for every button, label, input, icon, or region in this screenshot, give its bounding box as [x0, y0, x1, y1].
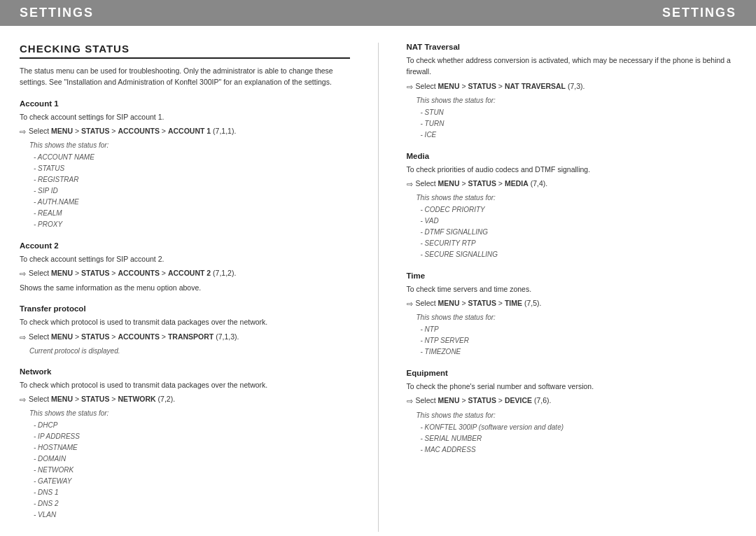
equipment-body: To check the phone's serial number and s…: [407, 381, 737, 392]
arrow-icon-time: ⇨: [407, 298, 413, 310]
account1-instruction-text: Select MENU > STATUS > ACCOUNTS > ACCOUN…: [29, 125, 236, 136]
time-instruction-text: Select MENU > STATUS > TIME (7,5).: [416, 297, 542, 309]
list-item: - DNS 2: [34, 498, 350, 509]
list-item: - IP ADDRESS: [34, 431, 350, 442]
transfer-instruction-text: Select MENU > STATUS > ACCOUNTS > TRANSP…: [29, 331, 239, 342]
list-item: - DOMAIN: [34, 453, 350, 465]
list-item: - SIP ID: [34, 185, 350, 197]
list-item: - ICE: [421, 129, 737, 141]
section-heading-transfer: Transfer protocol: [20, 304, 350, 313]
list-item: - SECURE SIGNALLING: [421, 249, 737, 260]
network-instruction: ⇨ Select MENU > STATUS > NETWORK (7,2).: [20, 393, 350, 406]
list-item: - ACCOUNT NAME: [34, 152, 350, 163]
arrow-icon-transfer: ⇨: [20, 332, 26, 344]
time-list: - NTP - NTP SERVER - TIMEZONE: [421, 324, 737, 358]
section-time: Time To check time servers and time zone…: [407, 271, 737, 358]
list-item: - REGISTRAR: [34, 174, 350, 185]
list-item: - VLAN: [34, 509, 350, 521]
account2-body: To check account settings for SIP accoun…: [20, 253, 350, 265]
header-title-right: SETTINGS: [662, 6, 736, 20]
list-item: - VAD: [421, 216, 737, 227]
network-list: - DHCP - IP ADDRESS - HOSTNAME - DOMAIN …: [34, 420, 350, 521]
media-instruction-text: Select MENU > STATUS > MEDIA (7,4).: [416, 178, 548, 189]
media-instruction: ⇨ Select MENU > STATUS > MEDIA (7,4).: [407, 178, 737, 190]
column-divider: [378, 43, 379, 532]
list-item: - GATEWAY: [34, 476, 350, 487]
right-column: NAT Traversal To check whether address c…: [407, 43, 737, 532]
section-account1: Account 1 To check account settings for …: [20, 99, 350, 230]
time-note: This shows the status for:: [416, 312, 737, 323]
list-item: - DHCP: [34, 420, 350, 431]
network-note: This shows the status for:: [29, 408, 350, 418]
left-column: CHECKING STATUS The status menu can be u…: [20, 43, 350, 532]
main-content: CHECKING STATUS The status menu can be u…: [0, 26, 756, 536]
media-body: To check priorities of audio codecs and …: [407, 164, 737, 175]
list-item: - HOSTNAME: [34, 442, 350, 453]
section-heading-equipment: Equipment: [407, 369, 737, 377]
time-instruction: ⇨ Select MENU > STATUS > TIME (7,5).: [407, 297, 737, 310]
list-item: - SERIAL NUMBER: [421, 433, 737, 444]
section-account2: Account 2 To check account settings for …: [20, 241, 350, 294]
account1-instruction: ⇨ Select MENU > STATUS > ACCOUNTS > ACCO…: [20, 125, 350, 138]
arrow-icon-account1: ⇨: [20, 126, 26, 138]
section-nat: NAT Traversal To check whether address c…: [407, 43, 737, 141]
list-item: - SECURITY RTP: [421, 238, 737, 249]
nat-note: This shows the status for:: [416, 95, 737, 106]
network-instruction-text: Select MENU > STATUS > NETWORK (7,2).: [29, 393, 175, 404]
list-item: - AUTH.NAME: [34, 197, 350, 208]
equipment-list: - KONFTEL 300IP (software version and da…: [421, 422, 737, 456]
account1-note: This shows the status for:: [29, 140, 350, 150]
media-list: - CODEC PRIORITY - VAD - DTMF SIGNALLING…: [421, 204, 737, 260]
account2-instruction-text: Select MENU > STATUS > ACCOUNTS > ACCOUN…: [29, 267, 236, 278]
intro-text: The status menu can be used for troubles…: [20, 66, 350, 88]
equipment-instruction-text: Select MENU > STATUS > DEVICE (7,6).: [416, 395, 552, 406]
list-item: - DNS 1: [34, 487, 350, 498]
section-transfer: Transfer protocol To check which protoco…: [20, 304, 350, 355]
account2-instruction: ⇨ Select MENU > STATUS > ACCOUNTS > ACCO…: [20, 267, 350, 280]
arrow-icon-network: ⇨: [20, 394, 26, 406]
list-item: - PROXY: [34, 219, 350, 230]
account2-extra: Shows the same information as the menu o…: [20, 282, 350, 293]
list-item: - NTP SERVER: [421, 335, 737, 346]
list-item: - NTP: [421, 324, 737, 335]
time-body: To check time servers and time zones.: [407, 283, 737, 295]
arrow-icon-account2: ⇨: [20, 268, 26, 280]
section-heading-media: Media: [407, 152, 737, 160]
list-item: - STUN: [421, 107, 737, 118]
section-heading-account1: Account 1: [20, 99, 350, 108]
section-network: Network To check which protocol is used …: [20, 367, 350, 521]
list-item: - MAC ADDRESS: [421, 444, 737, 456]
section-heading-time: Time: [407, 271, 737, 280]
section-heading-nat: NAT Traversal: [407, 43, 737, 51]
arrow-icon-nat: ⇨: [407, 81, 413, 93]
list-item: - NETWORK: [34, 465, 350, 476]
list-item: - KONFTEL 300IP (software version and da…: [421, 422, 737, 433]
transfer-body: To check which protocol is used to trans…: [20, 316, 350, 327]
header-title-left: SETTINGS: [20, 6, 94, 20]
list-item: - CODEC PRIORITY: [421, 204, 737, 216]
list-item: - DTMF SIGNALLING: [421, 227, 737, 238]
page-heading: CHECKING STATUS: [20, 43, 350, 59]
nat-instruction: ⇨ Select MENU > STATUS > NAT TRAVERSAL (…: [407, 80, 737, 93]
account1-body: To check account settings for SIP accoun…: [20, 111, 350, 122]
arrow-icon-equipment: ⇨: [407, 395, 413, 407]
list-item: - REALM: [34, 208, 350, 219]
list-item: - STATUS: [34, 163, 350, 174]
transfer-instruction: ⇨ Select MENU > STATUS > ACCOUNTS > TRAN…: [20, 331, 350, 344]
list-item: - TIMEZONE: [421, 346, 737, 358]
section-heading-account2: Account 2: [20, 241, 350, 250]
arrow-icon-media: ⇨: [407, 178, 413, 190]
list-item: - TURN: [421, 118, 737, 129]
nat-list: - STUN - TURN - ICE: [421, 107, 737, 141]
equipment-note: This shows the status for:: [416, 410, 737, 421]
section-equipment: Equipment To check the phone's serial nu…: [407, 369, 737, 455]
media-note: This shows the status for:: [416, 192, 737, 203]
nat-instruction-text: Select MENU > STATUS > NAT TRAVERSAL (7,…: [416, 80, 585, 92]
transfer-note: Current protocol is displayed.: [29, 346, 350, 356]
equipment-instruction: ⇨ Select MENU > STATUS > DEVICE (7,6).: [407, 395, 737, 407]
nat-body: To check whether address conversion is a…: [407, 55, 737, 78]
account1-list: - ACCOUNT NAME - STATUS - REGISTRAR - SI…: [34, 152, 350, 230]
section-media: Media To check priorities of audio codec…: [407, 152, 737, 260]
section-heading-network: Network: [20, 367, 350, 376]
network-body: To check which protocol is used to trans…: [20, 379, 350, 390]
